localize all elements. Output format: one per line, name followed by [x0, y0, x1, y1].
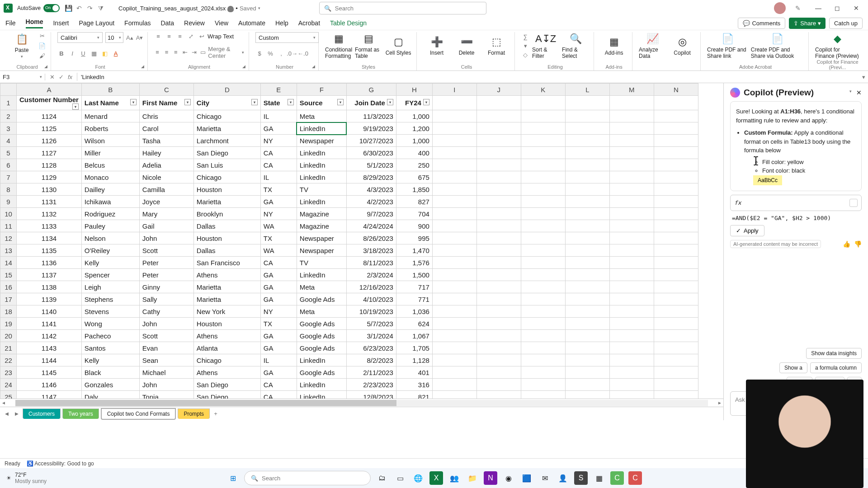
cell[interactable]: Wilson: [81, 135, 139, 147]
cell[interactable]: Santos: [81, 342, 139, 354]
cell[interactable]: NY: [260, 208, 297, 220]
cell[interactable]: Dailley: [81, 183, 139, 196]
cell[interactable]: [432, 379, 476, 391]
cell[interactable]: Brooklyn: [193, 208, 260, 220]
cell[interactable]: [521, 330, 565, 342]
addins-button[interactable]: ▦Add-ins: [600, 35, 627, 56]
cell[interactable]: [654, 196, 698, 208]
cell[interactable]: Peter: [139, 257, 193, 269]
cell[interactable]: 1124: [17, 110, 82, 122]
cell[interactable]: Stevens: [81, 305, 139, 318]
cell[interactable]: 6/30/2023: [346, 147, 396, 159]
cell[interactable]: [609, 147, 654, 159]
copilot-ribbon-button[interactable]: ◎Copilot: [669, 35, 696, 56]
cell[interactable]: [609, 269, 654, 281]
edge2-icon[interactable]: 🟦: [520, 471, 533, 485]
cell[interactable]: [609, 196, 654, 208]
name-box[interactable]: F3▾: [0, 74, 45, 80]
cell[interactable]: [476, 135, 521, 147]
cell[interactable]: [521, 391, 565, 399]
cell[interactable]: [565, 208, 609, 220]
cell[interactable]: [565, 159, 609, 171]
tab-acrobat[interactable]: Acrobat: [298, 19, 320, 27]
sheet-tab-copilot-formats[interactable]: Copilot two Cond Formats: [101, 408, 176, 420]
header-last-name[interactable]: Last Name▾: [81, 96, 139, 110]
cell[interactable]: 1134: [17, 232, 82, 244]
col-header-C[interactable]: C: [139, 84, 193, 96]
row-header-24[interactable]: 24: [0, 379, 17, 391]
cell[interactable]: 12/8/2023: [346, 391, 396, 399]
col-header-L[interactable]: L: [565, 84, 609, 96]
cell[interactable]: Belcus: [81, 159, 139, 171]
cell[interactable]: Stephens: [81, 293, 139, 305]
cell[interactable]: 1131: [17, 196, 82, 208]
cell[interactable]: 1144: [17, 354, 82, 366]
suggestion-show-a[interactable]: Show a: [779, 362, 807, 373]
cell[interactable]: IL: [260, 110, 297, 122]
cell[interactable]: Camilla: [139, 183, 193, 196]
tab-insert[interactable]: Insert: [53, 19, 69, 27]
cell[interactable]: 2/11/2023: [346, 366, 396, 379]
chevron-down-icon[interactable]: ▾: [258, 6, 260, 10]
cell[interactable]: TV: [297, 183, 346, 196]
cell[interactable]: 4/10/2023: [346, 293, 396, 305]
cell[interactable]: Meta: [297, 281, 346, 293]
cell[interactable]: [521, 110, 565, 122]
cell[interactable]: 1128: [17, 159, 82, 171]
cell[interactable]: 900: [396, 220, 432, 232]
row-header-19[interactable]: 19: [0, 318, 17, 330]
filter-icon[interactable]: ⧩: [97, 4, 105, 12]
cell[interactable]: New York: [193, 305, 260, 318]
tab-home[interactable]: Home: [26, 18, 43, 28]
catchup-button[interactable]: Catch up: [829, 18, 863, 29]
col-header-M[interactable]: M: [609, 84, 654, 96]
cell[interactable]: [565, 366, 609, 379]
suggestion-insights[interactable]: Show data insights: [806, 348, 862, 359]
collapse-icon[interactable]: ▾: [849, 89, 852, 96]
cell[interactable]: Spencer: [81, 269, 139, 281]
cell[interactable]: 624: [396, 318, 432, 330]
sheet-tab-two-years[interactable]: Two years: [62, 408, 99, 419]
row-header-11[interactable]: 11: [0, 220, 17, 232]
cell[interactable]: Ginny: [139, 281, 193, 293]
cell[interactable]: [654, 257, 698, 269]
outlook-icon[interactable]: ✉: [538, 471, 552, 485]
row-header-14[interactable]: 14: [0, 257, 17, 269]
cell[interactable]: 1141: [17, 318, 82, 330]
cell[interactable]: Nicole: [139, 171, 193, 183]
cell[interactable]: Houston: [193, 232, 260, 244]
cell[interactable]: Athens: [193, 330, 260, 342]
row-header-18[interactable]: 18: [0, 305, 17, 318]
cell[interactable]: [654, 110, 698, 122]
cell[interactable]: [609, 354, 654, 366]
row-header-7[interactable]: 7: [0, 171, 17, 183]
filter-dropdown-icon[interactable]: ▾: [251, 99, 258, 105]
cell[interactable]: [432, 305, 476, 318]
cell[interactable]: [565, 330, 609, 342]
cell[interactable]: 3/18/2023: [346, 244, 396, 257]
cell[interactable]: [609, 281, 654, 293]
row-header-15[interactable]: 15: [0, 269, 17, 281]
cell[interactable]: [476, 171, 521, 183]
cell[interactable]: [565, 391, 609, 399]
tab-file[interactable]: File: [5, 19, 16, 27]
cell[interactable]: Google Ads: [297, 318, 346, 330]
cell[interactable]: Mary: [139, 208, 193, 220]
cell[interactable]: Roberts: [81, 122, 139, 135]
cell[interactable]: 12/16/2023: [346, 281, 396, 293]
cell[interactable]: [565, 354, 609, 366]
cell[interactable]: LinkedIn: [297, 391, 346, 399]
cell[interactable]: WA: [260, 244, 297, 257]
cell[interactable]: 10/19/2023: [346, 305, 396, 318]
cell[interactable]: [565, 305, 609, 318]
cell[interactable]: [432, 330, 476, 342]
cell[interactable]: Marietta: [193, 196, 260, 208]
cell[interactable]: [476, 305, 521, 318]
cell[interactable]: [609, 318, 654, 330]
cell[interactable]: [654, 281, 698, 293]
folder-icon[interactable]: 📁: [466, 471, 479, 485]
cell[interactable]: CA: [260, 379, 297, 391]
cell[interactable]: 1133: [17, 220, 82, 232]
cell[interactable]: Michael: [139, 366, 193, 379]
cell[interactable]: [521, 135, 565, 147]
